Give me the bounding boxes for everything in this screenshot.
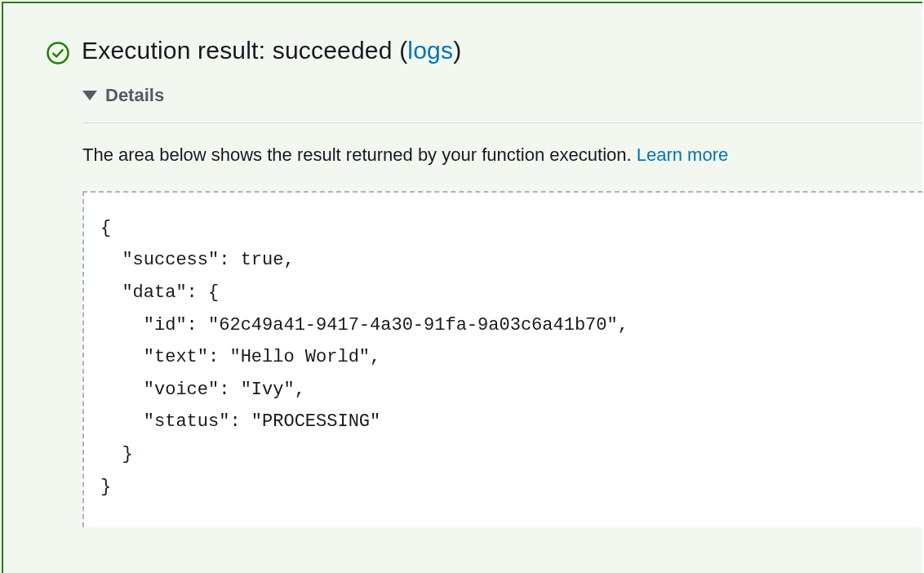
result-output: { "success": true, "data": { "id": "62c4… xyxy=(82,191,922,527)
panel-header: Execution result: succeeded (logs) xyxy=(46,36,922,65)
title-prefix: Execution result: succeeded ( xyxy=(82,37,407,64)
execution-result-panel: Execution result: succeeded (logs) Detai… xyxy=(2,2,922,573)
result-json: { "success": true, "data": { "id": "62c4… xyxy=(100,218,629,497)
logs-link[interactable]: logs xyxy=(407,37,453,64)
execution-result-title: Execution result: succeeded (logs) xyxy=(82,37,461,64)
learn-more-link[interactable]: Learn more xyxy=(637,144,729,165)
details-section: Details The area below shows the result … xyxy=(82,85,922,527)
title-suffix: ) xyxy=(453,37,461,64)
success-icon xyxy=(46,41,70,65)
details-label: Details xyxy=(105,85,164,106)
result-description: The area below shows the result returned… xyxy=(82,143,922,168)
caret-down-icon xyxy=(82,91,97,100)
svg-point-0 xyxy=(48,43,69,64)
details-toggle[interactable]: Details xyxy=(82,85,922,123)
description-text: The area below shows the result returned… xyxy=(82,144,637,165)
